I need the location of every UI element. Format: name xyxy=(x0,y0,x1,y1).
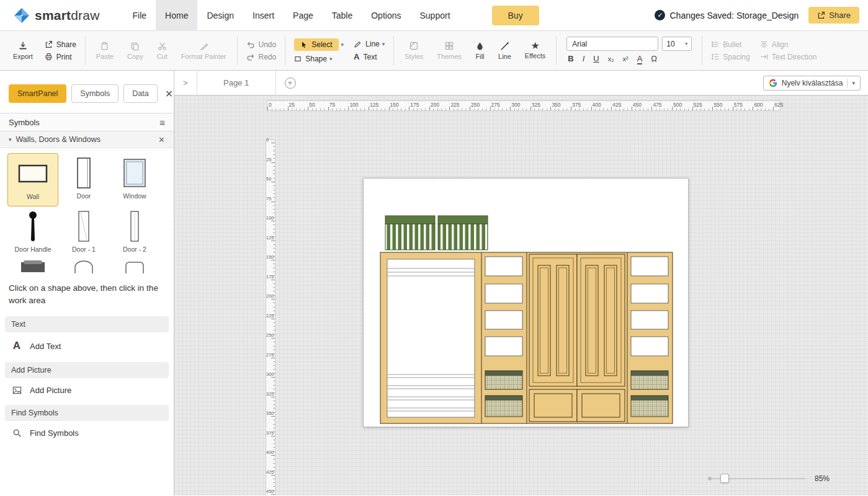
symbol-window[interactable]: Window xyxy=(109,153,160,206)
symbol-door-1[interactable]: Door - 1 xyxy=(58,206,109,260)
copy-icon xyxy=(130,42,140,51)
menu-bar: smartdraw File Home Design Insert Page T… xyxy=(0,0,868,31)
page-tab-bar: > Page 1 + Nyelv kiválasztása ▾ xyxy=(174,71,868,95)
zoom-slider[interactable] xyxy=(709,478,806,479)
zoom-slider-handle[interactable] xyxy=(720,474,729,483)
styles-button[interactable]: Styles xyxy=(398,31,430,70)
font-color-button[interactable]: A xyxy=(637,54,643,64)
subscript-button[interactable]: x₂ xyxy=(608,55,614,63)
zoom-slider-end xyxy=(708,477,712,480)
menu-page[interactable]: Page xyxy=(284,0,323,31)
partial-symbol-icon[interactable] xyxy=(58,260,109,273)
add-page-button[interactable]: + xyxy=(285,78,296,89)
smartdraw-logo[interactable]: smartdraw xyxy=(14,7,100,24)
symbol-door-2[interactable]: Door - 2 xyxy=(109,206,160,260)
fill-icon xyxy=(475,42,485,51)
symbol-category-row[interactable]: ▾ Walls, Doors & Windows ✕ xyxy=(0,131,174,148)
symbols-menu-icon[interactable]: ≡ xyxy=(159,117,165,128)
underline-button[interactable]: U xyxy=(593,54,599,63)
copy-button[interactable]: Copy xyxy=(120,31,150,70)
symbol-door-handle[interactable]: Door Handle xyxy=(7,206,58,260)
toolbar-share-button[interactable]: Share xyxy=(45,40,76,49)
menu-file[interactable]: File xyxy=(123,0,156,31)
door-handle-symbol-icon xyxy=(27,210,39,242)
closet-drawing[interactable] xyxy=(364,179,688,427)
text-direction-button[interactable]: Text Direction xyxy=(760,53,817,61)
logo-text: smartdraw xyxy=(35,8,100,23)
symbol-label: Door - 2 xyxy=(123,246,146,253)
find-symbols-button[interactable]: Find Symbols xyxy=(0,421,174,438)
cut-button[interactable]: Cut xyxy=(150,31,174,70)
text-tool-button[interactable]: A Text xyxy=(354,52,385,61)
tab-smartpanel[interactable]: SmartPanel xyxy=(9,84,66,103)
tab-symbols[interactable]: Symbols xyxy=(71,84,119,103)
export-button[interactable]: Export xyxy=(6,31,40,70)
format-painter-button[interactable]: Format Painter xyxy=(174,31,233,70)
page-prev-button[interactable]: > xyxy=(174,78,197,87)
save-status: ✓ Changes Saved: Storage_Design xyxy=(655,10,799,20)
add-text-label: Add Text xyxy=(30,342,61,351)
select-tool-button[interactable]: Select xyxy=(294,38,338,51)
drawing-grid[interactable]: 0255075100125150175200225250275300325350… xyxy=(174,95,868,495)
menu-options[interactable]: Options xyxy=(362,0,410,31)
styles-icon xyxy=(409,41,419,51)
menu-support[interactable]: Support xyxy=(410,0,459,31)
print-button[interactable]: Print xyxy=(45,53,76,61)
themes-button[interactable]: Themes xyxy=(430,31,468,70)
toolbar-separator xyxy=(85,36,86,65)
add-text-button[interactable]: A Add Text xyxy=(0,332,174,352)
share-button[interactable]: Share xyxy=(808,7,859,24)
partial-symbol-icon[interactable] xyxy=(7,260,58,273)
closet-unit xyxy=(380,252,673,423)
share-button-label: Share xyxy=(829,11,851,20)
window-symbol-icon xyxy=(122,157,147,189)
buy-button[interactable]: Buy xyxy=(492,6,539,25)
redo-button[interactable]: Redo xyxy=(246,53,277,61)
select-dropdown-arrow[interactable]: ▾ xyxy=(341,42,344,48)
symbol-wall[interactable]: Wall xyxy=(7,153,58,206)
door-1-symbol-icon xyxy=(76,210,92,242)
spacing-button[interactable]: Spacing xyxy=(711,53,749,61)
bullet-button[interactable]: Bullet xyxy=(711,40,749,49)
text-direction-icon xyxy=(760,53,768,61)
paste-button[interactable]: Paste xyxy=(89,31,120,70)
panel-close-icon[interactable]: ✕ xyxy=(163,88,176,100)
line-tool-button[interactable]: Line xyxy=(354,40,380,48)
category-close-icon[interactable]: ✕ xyxy=(158,135,165,144)
page-tab[interactable]: Page 1 xyxy=(197,71,276,95)
undo-button[interactable]: Undo xyxy=(246,40,277,49)
symbol-label: Wall xyxy=(27,193,39,200)
line-dropdown-arrow[interactable]: ▾ xyxy=(382,41,385,47)
font-family-input[interactable] xyxy=(566,37,658,51)
shape-tool-button[interactable]: Shape xyxy=(294,55,327,63)
line-style-button[interactable]: Line xyxy=(491,31,518,70)
category-collapse-icon[interactable]: ▾ xyxy=(9,136,12,143)
tab-data[interactable]: Data xyxy=(123,84,157,103)
add-picture-button[interactable]: Add Picture xyxy=(0,378,174,395)
symbol-label: Door xyxy=(77,192,91,200)
insert-symbol-button[interactable]: Ω xyxy=(651,54,657,63)
picture-icon xyxy=(11,386,22,395)
print-label: Print xyxy=(56,53,72,61)
menu-design[interactable]: Design xyxy=(197,0,243,31)
fill-button[interactable]: Fill xyxy=(468,31,491,70)
bold-button[interactable]: B xyxy=(568,54,573,63)
menu-home[interactable]: Home xyxy=(156,0,197,31)
line-style-icon xyxy=(500,42,509,51)
text-tool-icon: A xyxy=(354,52,359,61)
language-selector[interactable]: Nyelv kiválasztása ▾ xyxy=(763,76,861,91)
toolbar-separator xyxy=(702,36,702,65)
italic-button[interactable]: I xyxy=(583,54,585,63)
drawing-page[interactable] xyxy=(363,178,689,427)
align-button[interactable]: Align xyxy=(760,40,817,49)
cabinet-doors xyxy=(529,254,625,386)
font-size-select[interactable]: 10 ▾ xyxy=(662,37,692,51)
menu-table[interactable]: Table xyxy=(323,0,362,31)
partial-symbol-icon[interactable] xyxy=(109,260,160,273)
effects-button[interactable]: ★ Effects xyxy=(518,31,552,70)
shape-dropdown-arrow[interactable]: ▾ xyxy=(329,56,333,62)
text-section-bar: Text xyxy=(5,316,169,332)
menu-insert[interactable]: Insert xyxy=(243,0,284,31)
symbol-door[interactable]: Door xyxy=(58,153,109,206)
superscript-button[interactable]: x² xyxy=(622,55,628,63)
